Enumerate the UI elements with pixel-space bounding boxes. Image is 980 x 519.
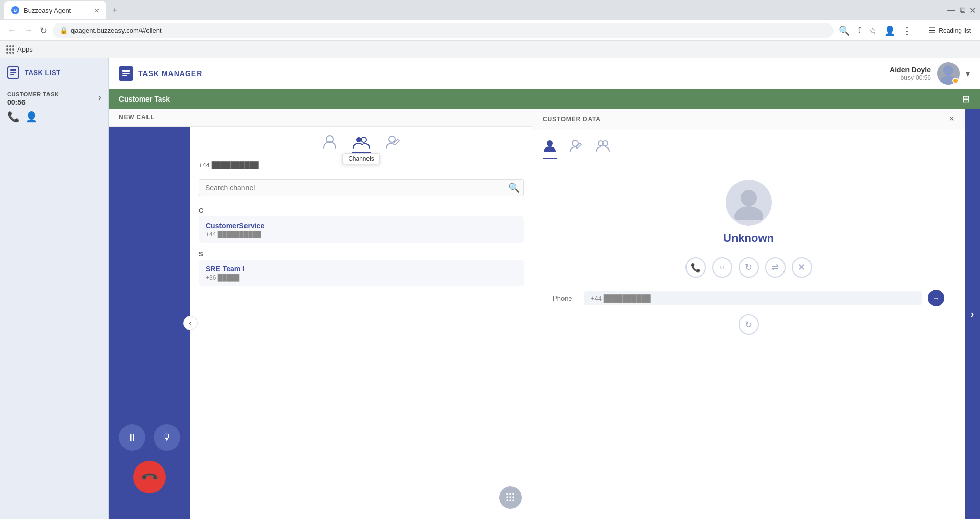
customer-data-tab-person[interactable] xyxy=(543,134,557,159)
agent-status: busy xyxy=(901,74,914,81)
svg-point-19 xyxy=(509,499,511,501)
svg-point-14 xyxy=(512,493,514,495)
svg-rect-1 xyxy=(10,72,16,73)
collapse-chevron-icon: ‹ xyxy=(189,318,191,328)
phone-number-text: +44 ██████████ xyxy=(199,161,259,169)
url-text: qaagent.buzzeasy.com/#/client xyxy=(71,27,826,34)
keypad-button[interactable] xyxy=(499,486,522,509)
customer-call-button[interactable]: 📞 xyxy=(685,257,706,278)
customer-data-tab-group[interactable] xyxy=(596,134,610,159)
agent-timer: 00:56 xyxy=(916,74,931,81)
svg-rect-0 xyxy=(10,69,16,71)
share-button[interactable]: ⤴ xyxy=(855,23,864,38)
task-list-item[interactable]: TASK LIST xyxy=(0,58,108,85)
task-manager-label: TASK MANAGER xyxy=(138,69,202,78)
refresh-button[interactable]: ↻ xyxy=(38,23,50,38)
new-tab-button[interactable]: + xyxy=(108,5,122,16)
task-list-icon xyxy=(7,66,19,79)
svg-point-20 xyxy=(512,499,514,501)
customer-data-title: CUSTOMER DATA xyxy=(543,116,601,123)
customer-task-section[interactable]: CUSTOMER TASK 00:56 📞 👤 › xyxy=(0,85,108,129)
close-window-button[interactable]: ✕ xyxy=(969,6,976,15)
channel-item-name: SRE Team I xyxy=(206,265,517,273)
search-button[interactable]: 🔍 xyxy=(837,23,852,38)
search-channel-input[interactable] xyxy=(199,179,524,196)
search-channel-button[interactable]: 🔍 xyxy=(508,182,520,193)
customer-task-chevron-icon[interactable]: › xyxy=(97,91,101,103)
svg-point-12 xyxy=(506,493,508,495)
svg-rect-2 xyxy=(10,74,14,75)
reading-list-button[interactable]: ☰ Reading list xyxy=(924,23,975,37)
svg-rect-3 xyxy=(122,70,130,72)
tab-close-btn[interactable]: × xyxy=(94,6,99,15)
phone-panel: ‹ ⏸ 🎙 📞 xyxy=(109,127,190,519)
channel-list: C CustomerService +44 ██████████ S SRE T… xyxy=(199,204,524,519)
main-content: TASK MANAGER Aiden Doyle busy 00:56 ▾ xyxy=(109,58,980,519)
svg-rect-5 xyxy=(122,75,127,76)
svg-point-13 xyxy=(509,493,511,495)
customer-phone-number: +44 ██████████ xyxy=(584,291,922,305)
svg-point-21 xyxy=(547,140,553,146)
customer-data-panel: CUSTOMER DATA × xyxy=(532,109,965,519)
app-layout: TASK LIST CUSTOMER TASK 00:56 📞 👤 › xyxy=(0,58,980,519)
task-manager-right: Aiden Doyle busy 00:56 ▾ xyxy=(890,62,970,85)
svg-point-9 xyxy=(356,137,361,142)
minimize-button[interactable]: — xyxy=(947,6,955,15)
customer-action-icons: 📞 ○ ↻ ⇌ ✕ xyxy=(543,257,954,278)
agent-name: Aiden Doyle xyxy=(890,66,931,74)
user-profile-button[interactable]: 👤 xyxy=(882,23,897,38)
address-bar[interactable]: 🔒 qaagent.buzzeasy.com/#/client xyxy=(53,23,834,38)
more-button[interactable]: ⋮ xyxy=(900,23,914,38)
customer-action-4[interactable]: ⇌ xyxy=(765,257,786,278)
slide-out-chevron-icon: › xyxy=(971,308,974,320)
search-channel-wrapper: 🔍 xyxy=(199,179,524,196)
customer-action-3[interactable]: ↻ xyxy=(739,257,759,278)
back-button[interactable]: ← xyxy=(5,23,18,38)
status-indicator xyxy=(952,78,959,84)
pause-button[interactable]: ⏸ xyxy=(119,424,145,451)
channels-panel: Channels +44 ██████████ xyxy=(190,127,532,519)
channel-item-customerservice[interactable]: CustomerService +44 ██████████ xyxy=(199,216,524,243)
svg-point-10 xyxy=(361,137,366,142)
customer-task-icons-row: 📞 👤 xyxy=(7,111,59,123)
new-call-panel: NEW CALL ‹ ⏸ 🎙 � xyxy=(109,109,532,519)
svg-point-26 xyxy=(734,206,763,220)
mute-button[interactable]: 🎙 xyxy=(154,424,180,451)
task-manager-left: TASK MANAGER xyxy=(119,66,202,81)
svg-point-11 xyxy=(389,136,395,142)
channel-item-sreteam[interactable]: SRE Team I +36 █████ xyxy=(199,260,524,286)
customer-task-bar-label: Customer Task xyxy=(119,95,170,103)
slide-out-panel[interactable]: › xyxy=(965,109,980,519)
customer-data-close-button[interactable]: × xyxy=(949,114,954,125)
app-toolbar: Apps xyxy=(0,41,980,58)
reading-list-label: Reading list xyxy=(939,27,971,34)
customer-action-2[interactable]: ○ xyxy=(712,257,732,278)
svg-rect-4 xyxy=(122,73,130,74)
active-tab[interactable]: B Buzzeasy Agent × xyxy=(4,1,106,19)
channel-tab-people[interactable]: Channels xyxy=(352,134,371,153)
channel-tab-person[interactable] xyxy=(322,134,338,153)
sidebar: TASK LIST CUSTOMER TASK 00:56 📞 👤 › xyxy=(0,58,109,519)
customer-transfer-button[interactable]: ↻ xyxy=(739,314,759,335)
phone-panel-collapse-button[interactable]: ‹ xyxy=(183,316,198,330)
forward-button[interactable]: → xyxy=(21,23,35,38)
tab-title: Buzzeasy Agent xyxy=(23,7,90,14)
hangup-button[interactable]: 📞 xyxy=(127,454,173,501)
customer-task-label: CUSTOMER TASK xyxy=(7,91,59,97)
channel-tab-edit-person[interactable] xyxy=(385,134,401,153)
person-add-icon: 👤 xyxy=(25,111,38,123)
svg-point-16 xyxy=(509,496,511,498)
customer-name: Unknown xyxy=(723,232,774,245)
customer-task-bar-grid-button[interactable]: ⊞ xyxy=(962,93,970,105)
status-dropdown-button[interactable]: ▾ xyxy=(966,69,970,79)
reading-list-icon: ☰ xyxy=(928,26,936,35)
customer-data-tab-edit[interactable] xyxy=(569,134,583,159)
customer-phone-dial-button[interactable]: → xyxy=(928,290,944,306)
new-call-header: NEW CALL xyxy=(109,109,532,127)
favorites-button[interactable]: ☆ xyxy=(867,23,879,38)
customer-action-5[interactable]: ✕ xyxy=(792,257,812,278)
apps-button[interactable]: Apps xyxy=(6,45,33,54)
channel-section-c: C xyxy=(199,204,524,216)
maximize-button[interactable]: ⧉ xyxy=(960,6,965,15)
apps-label: Apps xyxy=(17,45,33,53)
